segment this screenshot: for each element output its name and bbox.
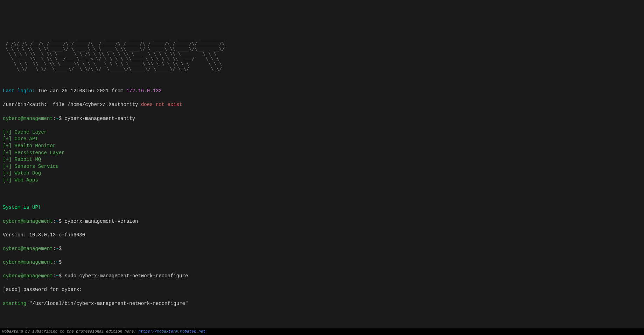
sanity-check-item: [+] Cache Layer <box>3 129 641 136</box>
sanity-check-item: [+] Persistence Layer <box>3 150 641 157</box>
last-login-line: Last login: Tue Jan 26 12:08:56 2021 fro… <box>3 88 641 95</box>
prompt-line-5[interactable]: cyberx@management:~$ sudo cyberx-managem… <box>3 273 641 280</box>
statusbar-link[interactable]: https://mobaxterm.mobatek.net <box>138 329 205 334</box>
sanity-check-item: [+] Watch Dog <box>3 170 641 177</box>
prompt-line-2[interactable]: cyberx@management:~$ cyberx-management-v… <box>3 218 641 225</box>
starting-line: starting "/usr/local/bin/cyberx-manageme… <box>3 300 641 307</box>
sanity-check-item: [+] Rabbit MQ <box>3 156 641 163</box>
microsoft-ascii-logo: __ __ ___ ______ _____ ______ _____ ____… <box>3 36 641 71</box>
xauth-line: /usr/bin/xauth: file /home/cyberx/.Xauth… <box>3 101 641 108</box>
prompt-line-3[interactable]: cyberx@management:~$ <box>3 245 641 252</box>
prompt-line-4[interactable]: cyberx@management:~$ <box>3 259 641 266</box>
system-up: System is UP! <box>3 204 641 211</box>
sanity-check-item: [+] Web Apps <box>3 177 641 184</box>
command-version: cyberx-management-version <box>62 219 138 224</box>
command-sanity: cyberx-management-sanity <box>62 116 135 121</box>
statusbar: MobaXterm by subscribing to the professi… <box>0 328 644 335</box>
version-output: Version: 10.3.0.13-c-fab6030 <box>3 232 641 239</box>
sudo-password-prompt[interactable]: [sudo] password for cyberx: <box>3 286 641 293</box>
prompt-line-1[interactable]: cyberx@management:~$ cyberx-management-s… <box>3 115 641 122</box>
command-reconfigure: sudo cyberx-management-network-reconfigu… <box>62 273 188 279</box>
terminal-screen[interactable]: __ __ ___ ______ _____ ______ _____ ____… <box>3 29 641 335</box>
sanity-check-item: [+] Sensors Service <box>3 163 641 170</box>
sanity-check-item: [+] Core API <box>3 136 641 143</box>
sanity-check-item: [+] Health Monitor <box>3 143 641 150</box>
